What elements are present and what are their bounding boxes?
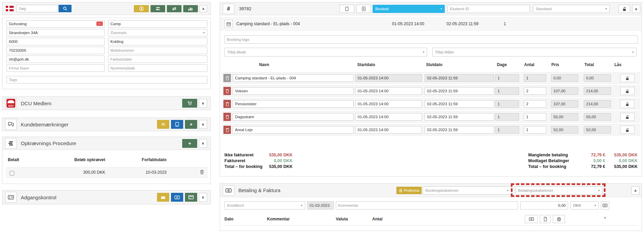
line-qty-input[interactable] [524,87,546,95]
line-lock-button[interactable] [620,113,634,121]
line-start-input[interactable] [355,87,422,95]
line-end-input[interactable] [425,113,494,121]
overflow-dots-icon[interactable]: ••• [96,21,103,26]
country-select[interactable]: Danmark ▾ [108,29,207,36]
section-billing-collapse-button[interactable]: ∧ [199,139,207,148]
line-end-input[interactable] [425,87,494,95]
country-value: Danmark [111,31,202,35]
add-addon-select[interactable]: Tilføj tilkøb ▾ [224,48,427,57]
booking-lock-button[interactable] [618,5,630,13]
notes-email-button[interactable]: ✉ [157,120,169,129]
add-meter-select[interactable]: Tilføj Måler ▾ [432,48,637,57]
dcu-cart-button[interactable] [182,99,197,108]
line-qty-input[interactable] [524,100,546,108]
notes-log-button[interactable] [171,120,183,129]
customer-group-button[interactable] [151,5,165,12]
tags-field[interactable] [6,76,207,83]
booking-templates-select[interactable]: Bookingskabeloner ▾ [423,186,511,195]
payment-comment-input[interactable] [336,201,518,210]
customer-profile-button[interactable] [134,5,149,12]
line-qty-input[interactable] [524,126,546,134]
booking-note-button[interactable] [340,5,354,13]
line-days-input [495,126,519,134]
booking-template-select[interactable]: Standard ▾ [533,5,610,13]
chevron-down-icon: ∨ [202,123,205,126]
line-delete-button[interactable] [223,87,231,95]
line-name-input[interactable] [233,100,354,108]
zip-field[interactable] [6,38,105,45]
danish-flag-icon [6,6,14,11]
line-name-input[interactable] [233,113,354,121]
access-cash-button[interactable] [171,193,183,202]
notes-add-button[interactable]: + [185,120,197,129]
line-end-input[interactable] [425,126,494,134]
search-button[interactable] [59,5,72,12]
city-field[interactable] [108,38,207,45]
line-qty-input[interactable] [524,74,546,82]
payment-date-field[interactable] [307,201,334,210]
birthdate-field[interactable] [108,56,207,63]
statistics-button[interactable] [183,5,198,12]
line-lock-button[interactable] [620,100,634,108]
history-payment-button[interactable] [525,215,538,223]
booking-status-select[interactable]: Booked ▾ [373,5,445,13]
line-name-input[interactable] [233,74,354,82]
section-dcu-collapse-button[interactable]: ∨ [199,99,207,108]
camp-field[interactable] [108,20,207,28]
billing-paid-checkbox[interactable] [10,171,14,175]
search-input[interactable] [16,5,58,12]
line-lock-button[interactable] [620,74,634,82]
line-start-input[interactable] [355,100,422,108]
billing-add-button[interactable]: + [182,139,197,148]
line-delete-button[interactable] [223,100,231,108]
line-name-input[interactable] [233,126,354,134]
access-card-button[interactable] [185,193,197,202]
history-print-button[interactable] [553,215,565,223]
calendar-icon[interactable] [224,20,233,28]
section-billing-header: Opkrævnings Procedure + ∧ [2,137,210,150]
proforma-button[interactable]: Proforma [396,187,422,194]
external-id-input[interactable] [447,5,530,13]
line-lock-button[interactable] [620,126,634,134]
line-name-input[interactable] [233,87,354,95]
payment-amount-input[interactable] [520,201,568,210]
section-notes-collapse-button[interactable]: ∨ [199,120,207,129]
billing-delete-button[interactable] [200,170,204,174]
line-row [222,124,640,136]
payment-collapse-button[interactable]: ∧ [631,186,640,195]
access-vehicle-button[interactable] [157,193,169,202]
currency-select[interactable]: DKK ▾ [570,201,599,210]
line-qty-input[interactable] [524,113,546,121]
line-delete-button[interactable] [223,113,231,121]
line-delete-button[interactable] [223,126,231,134]
mobile-field[interactable] [108,47,207,54]
transfer-button[interactable]: ⇄ [167,5,182,12]
line-start-input[interactable] [355,126,422,134]
chevron-up-icon: ∧ [635,7,638,11]
line-start-input[interactable] [355,113,422,121]
phone-field[interactable] [6,47,105,54]
totals-value: 535,00 DKK [265,152,293,158]
customer-name-field[interactable] [6,20,105,28]
history-document-button[interactable] [540,215,551,223]
payment-templates-select[interactable]: Betalingsskabeloner ▾ [515,186,602,195]
plate-field[interactable] [108,64,207,72]
company-field[interactable] [6,64,105,72]
email-field[interactable] [6,56,105,63]
section-access: Adgangskontrol ∨ [2,190,211,204]
booking-templates-label: Bookingskabeloner [425,188,505,192]
section-access-collapse-button[interactable]: ∨ [199,193,207,202]
line-start-input[interactable] [355,74,422,82]
booking-contact-button[interactable] [356,5,371,13]
address-field[interactable] [6,29,105,36]
booking-collapse-button[interactable]: ∧ [632,5,640,13]
collapse-search-button[interactable]: ∧ [200,5,207,12]
line-end-input[interactable] [425,100,494,108]
line-lock-button[interactable] [620,87,634,95]
booking-tags-input[interactable] [224,35,638,44]
payment-method-select[interactable]: Kreditkort ▾ [224,201,305,210]
totals-value: 0,00 DKK [265,158,293,164]
line-delete-button[interactable] [223,74,231,82]
line-end-input[interactable] [425,74,494,82]
register-payment-button[interactable] [601,201,609,210]
